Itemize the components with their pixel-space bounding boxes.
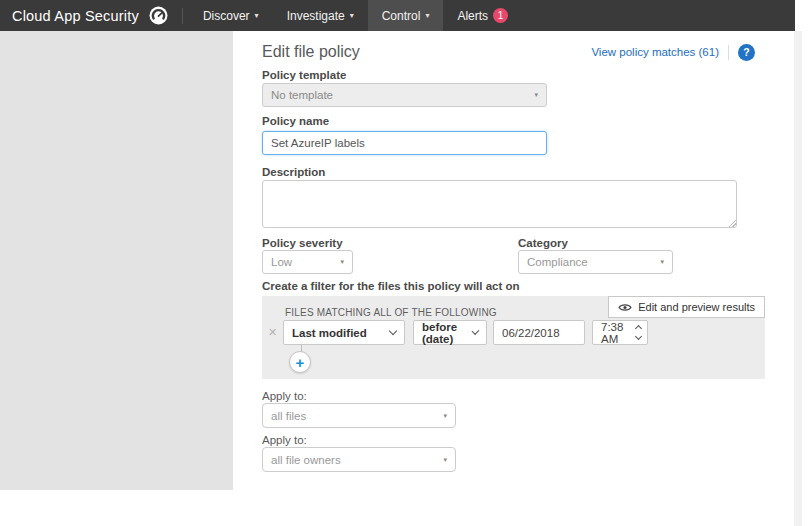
apply-to-files-select[interactable]: all files ▾ bbox=[262, 403, 456, 428]
filter-time-value: 7:38 AM bbox=[601, 321, 628, 345]
topbar: Cloud App Security Discover ▾ Investigat… bbox=[0, 0, 795, 31]
page-header: Edit file policy View policy matches (61… bbox=[233, 31, 793, 61]
stepper-down-icon[interactable] bbox=[635, 333, 642, 340]
apply-to-owners-select[interactable]: all file owners ▾ bbox=[262, 447, 456, 472]
help-icon[interactable]: ? bbox=[738, 44, 755, 61]
filter-section-label: Create a filter for the files this polic… bbox=[262, 280, 520, 292]
vertical-scrollbar[interactable] bbox=[794, 31, 802, 526]
main-nav: Discover ▾ Investigate ▾ Control ▾ Alert… bbox=[189, 0, 522, 31]
filter-field-value: Last modified bbox=[292, 327, 367, 339]
nav-label: Control bbox=[382, 9, 421, 23]
policy-name-label: Policy name bbox=[262, 115, 329, 127]
filter-date-input[interactable] bbox=[493, 320, 585, 345]
apply-to-files-label: Apply to: bbox=[262, 390, 307, 402]
left-sidebar-panel bbox=[0, 31, 233, 490]
stepper-up-icon[interactable] bbox=[635, 325, 642, 332]
description-textarea[interactable] bbox=[262, 180, 737, 228]
page-title: Edit file policy bbox=[262, 43, 591, 61]
apply-to-owners-value: all file owners bbox=[271, 454, 341, 466]
policy-template-select[interactable]: No template ▾ bbox=[262, 83, 547, 107]
add-filter-button[interactable]: + bbox=[289, 351, 311, 373]
nav-item-discover[interactable]: Discover ▾ bbox=[189, 0, 273, 31]
nav-divider bbox=[182, 8, 183, 24]
caret-down-icon: ▾ bbox=[660, 258, 664, 266]
policy-name-input[interactable] bbox=[262, 131, 547, 155]
nav-label: Discover bbox=[203, 9, 250, 23]
textarea-resize-grip[interactable] bbox=[729, 220, 736, 227]
filter-panel: FILES MATCHING ALL OF THE FOLLOWING Edit… bbox=[262, 296, 765, 379]
apply-to-files-value: all files bbox=[271, 410, 306, 422]
filter-row: ✕ Last modified before (date) 7:38 AM bbox=[262, 320, 765, 346]
description-label: Description bbox=[262, 166, 325, 178]
chevron-down-icon bbox=[472, 327, 480, 335]
filter-time-input[interactable]: 7:38 AM bbox=[592, 320, 648, 345]
alerts-count-badge: 1 bbox=[493, 8, 508, 23]
filter-panel-title: FILES MATCHING ALL OF THE FOLLOWING bbox=[285, 307, 497, 318]
policy-template-value: No template bbox=[271, 89, 333, 101]
nav-label: Investigate bbox=[287, 9, 345, 23]
filter-field-select[interactable]: Last modified bbox=[283, 320, 405, 345]
nav-label: Alerts bbox=[457, 9, 488, 23]
chevron-down-icon: ▾ bbox=[255, 12, 259, 20]
nav-item-control[interactable]: Control ▾ bbox=[368, 0, 444, 31]
app-title[interactable]: Cloud App Security bbox=[0, 8, 149, 24]
category-select[interactable]: Compliance ▾ bbox=[518, 250, 673, 274]
edit-preview-label: Edit and preview results bbox=[638, 301, 755, 313]
chevron-down-icon: ▾ bbox=[425, 12, 429, 20]
nav-item-alerts[interactable]: Alerts 1 bbox=[443, 0, 522, 31]
header-divider bbox=[728, 45, 729, 60]
filter-operator-value: before (date) bbox=[422, 321, 473, 345]
policy-template-label: Policy template bbox=[262, 69, 346, 81]
policy-severity-label: Policy severity bbox=[262, 237, 343, 249]
chevron-down-icon: ▾ bbox=[350, 12, 354, 20]
remove-filter-icon[interactable]: ✕ bbox=[268, 326, 277, 339]
category-value: Compliance bbox=[527, 256, 588, 268]
caret-down-icon: ▾ bbox=[534, 91, 538, 99]
edit-and-preview-results-button[interactable]: Edit and preview results bbox=[608, 296, 765, 318]
time-stepper[interactable] bbox=[628, 326, 641, 339]
policy-severity-select[interactable]: Low ▾ bbox=[262, 250, 353, 274]
caret-down-icon: ▾ bbox=[340, 258, 344, 266]
chevron-down-icon bbox=[389, 327, 397, 335]
dashboard-gauge-icon[interactable] bbox=[149, 6, 168, 25]
apply-to-owners-label: Apply to: bbox=[262, 434, 307, 446]
filter-operator-select[interactable]: before (date) bbox=[413, 320, 487, 345]
caret-down-icon: ▾ bbox=[443, 412, 447, 420]
eye-icon bbox=[618, 303, 632, 312]
policy-severity-value: Low bbox=[271, 256, 292, 268]
view-policy-matches-link[interactable]: View policy matches (61) bbox=[591, 46, 719, 58]
caret-down-icon: ▾ bbox=[443, 456, 447, 464]
nav-item-investigate[interactable]: Investigate ▾ bbox=[273, 0, 368, 31]
edit-policy-page: Edit file policy View policy matches (61… bbox=[233, 31, 793, 526]
category-label: Category bbox=[518, 237, 568, 249]
